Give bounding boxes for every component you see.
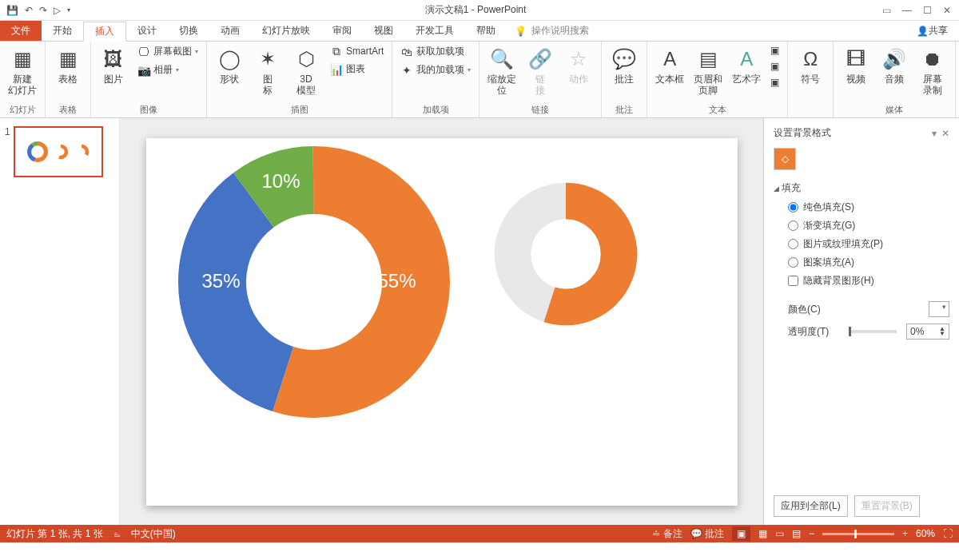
tab-file[interactable]: 文件 <box>0 21 42 41</box>
notes-button[interactable]: ≐ 备注 <box>652 527 682 541</box>
check-hide-bg[interactable]: 隐藏背景图形(H) <box>774 272 949 290</box>
table-button[interactable]: ▦表格 <box>50 43 86 88</box>
start-slideshow-icon[interactable]: ▷ <box>54 5 61 16</box>
new-slide-button[interactable]: ▦新建 幻灯片 <box>5 43 40 100</box>
text-more3[interactable]: ▣ <box>767 75 782 89</box>
slide-counter[interactable]: 幻灯片 第 1 张, 共 1 张 <box>6 527 103 541</box>
video-button[interactable]: 🎞视频 <box>838 43 873 88</box>
group-media-label: 媒体 <box>838 102 950 117</box>
3dmodel-button[interactable]: ⬡3D 模型 <box>288 43 324 100</box>
header-footer-button[interactable]: ▤页眉和页脚 <box>690 43 726 100</box>
screenshot-button[interactable]: 🖵屏幕截图 ▾ <box>134 43 201 60</box>
new-slide-icon: ▦ <box>10 46 35 72</box>
tab-help[interactable]: 帮助 <box>465 21 507 41</box>
radio-picture-fill[interactable]: 图片或纹理填充(P) <box>774 235 949 253</box>
close-icon[interactable]: ✕ <box>943 5 951 16</box>
tab-design[interactable]: 设计 <box>126 21 168 41</box>
album-icon: 📷 <box>137 64 150 77</box>
comment-button[interactable]: 💬批注 <box>607 43 642 88</box>
zoom-out-icon[interactable]: − <box>809 528 814 539</box>
zoom-button[interactable]: 🔍缩放定 位 <box>484 43 519 100</box>
maximize-icon[interactable]: ☐ <box>923 5 932 16</box>
comments-button[interactable]: 💬 批注 <box>690 527 724 541</box>
pictures-button[interactable]: 🖼图片 <box>96 43 131 88</box>
ribbon-tabs: 文件 开始 插入 设计 切换 动画 幻灯片放映 审阅 视图 开发工具 帮助 💡操… <box>0 21 959 42</box>
radio-gradient-fill[interactable]: 渐变填充(G) <box>774 216 949 235</box>
wordart-button[interactable]: A艺术字 <box>729 43 764 88</box>
screenrec-button[interactable]: ⏺屏幕 录制 <box>915 43 950 100</box>
chart-button[interactable]: 📊图表 <box>327 61 387 77</box>
donut-chart-secondary[interactable] <box>490 178 642 330</box>
text-more1[interactable]: ▣ <box>767 43 782 58</box>
pane-title: 设置背景格式▾ ✕ <box>774 126 949 140</box>
zoom-in-icon[interactable]: + <box>902 528 908 539</box>
icons-button[interactable]: ✶图 标 <box>250 43 285 100</box>
pane-close-icon[interactable]: ✕ <box>941 128 949 139</box>
icons-icon: ✶ <box>255 46 281 72</box>
apply-all-button[interactable]: 应用到全部(L) <box>774 495 848 517</box>
ribbon: ▦新建 幻灯片幻灯片 ▦表格表格 🖼图片 🖵屏幕截图 ▾ 📷相册 ▾ 图像 ◯形… <box>0 42 959 118</box>
tab-review[interactable]: 审阅 <box>321 21 363 41</box>
redo-icon[interactable]: ↷ <box>39 5 47 16</box>
qat-more-icon[interactable]: ▾ <box>67 6 70 14</box>
tab-developer[interactable]: 开发工具 <box>404 21 465 41</box>
slide-thumbnail[interactable] <box>14 126 103 177</box>
slide-editor[interactable]: 55% 35% 10% <box>120 118 763 525</box>
radio-pattern-fill[interactable]: 图案填充(A) <box>774 253 949 272</box>
transparency-slider[interactable] <box>849 330 897 333</box>
addins-icon: ✦ <box>400 64 413 77</box>
fill-category-icon[interactable]: ◇ <box>774 148 796 170</box>
symbol-button[interactable]: Ω符号 <box>793 43 828 88</box>
tab-slideshow[interactable]: 幻灯片放映 <box>251 21 321 41</box>
normal-view-icon[interactable]: ▣ <box>732 526 750 541</box>
chart-label-55: 55% <box>378 270 416 292</box>
textbox-icon: A <box>657 46 682 72</box>
color-picker[interactable] <box>929 301 949 317</box>
audio-button[interactable]: 🔊音频 <box>877 43 912 88</box>
minimize-icon[interactable]: — <box>902 5 912 16</box>
zoom-slider[interactable] <box>822 533 894 535</box>
slideshow-view-icon[interactable]: ▤ <box>792 528 801 539</box>
slide-panel[interactable]: 1 <box>0 118 120 525</box>
smartart-icon: ⧉ <box>330 45 343 58</box>
svg-point-3 <box>55 146 66 157</box>
fit-window-icon[interactable]: ⛶ <box>943 528 953 539</box>
zoom-level[interactable]: 60% <box>916 528 935 539</box>
undo-icon[interactable]: ↶ <box>25 5 33 16</box>
smartart-button[interactable]: ⧉SmartArt <box>327 43 387 59</box>
tab-insert[interactable]: 插入 <box>83 22 126 42</box>
tab-animations[interactable]: 动画 <box>209 21 251 41</box>
get-addins-button[interactable]: 🛍获取加载项 <box>397 43 474 60</box>
language-indicator[interactable]: 中文(中国) <box>131 527 176 541</box>
reading-view-icon[interactable]: ▭ <box>775 528 784 539</box>
text-more2[interactable]: ▣ <box>767 59 782 73</box>
chart-label-35: 35% <box>202 270 241 292</box>
action-icon: ☆ <box>566 46 591 72</box>
tab-transitions[interactable]: 切换 <box>168 21 209 41</box>
my-addins-button[interactable]: ✦我的加载项 ▾ <box>397 62 474 78</box>
ribbon-options-icon[interactable]: ▭ <box>882 5 891 16</box>
group-addins-label: 加载项 <box>397 102 474 117</box>
pictures-icon: 🖼 <box>101 46 126 72</box>
title-bar: 💾 ↶ ↷ ▷ ▾ 演示文稿1 - PowerPoint ▭ — ☐ ✕ <box>0 0 959 21</box>
transparency-value[interactable]: 0%▲▼ <box>906 324 949 340</box>
slide-canvas[interactable]: 55% 35% 10% <box>146 138 738 506</box>
group-tables-label: 表格 <box>50 102 86 117</box>
window-title: 演示文稿1 - PowerPoint <box>77 3 874 17</box>
shapes-button[interactable]: ◯形状 <box>212 43 247 88</box>
workspace: 1 55% 35% 10% 设置背景格式▾ <box>0 118 959 525</box>
radio-solid-fill[interactable]: 纯色填充(S) <box>774 198 949 216</box>
save-icon[interactable]: 💾 <box>6 5 18 16</box>
spellcheck-icon[interactable]: ⎁ <box>114 528 120 539</box>
album-button[interactable]: 📷相册 ▾ <box>134 62 201 78</box>
pane-menu-icon[interactable]: ▾ <box>932 128 937 139</box>
share-button[interactable]: 👤 共享 <box>905 21 959 41</box>
sorter-view-icon[interactable]: ▦ <box>758 528 767 539</box>
format-background-pane: 设置背景格式▾ ✕ ◇ 填充 纯色填充(S) 渐变填充(G) 图片或纹理填充(P… <box>763 118 959 525</box>
chart-label-10: 10% <box>262 170 300 193</box>
tab-home[interactable]: 开始 <box>42 21 83 41</box>
section-fill[interactable]: 填充 <box>774 178 949 198</box>
tab-view[interactable]: 视图 <box>363 21 404 41</box>
tell-me[interactable]: 💡操作说明搜索 <box>507 21 597 41</box>
textbox-button[interactable]: A文本框 <box>652 43 687 88</box>
